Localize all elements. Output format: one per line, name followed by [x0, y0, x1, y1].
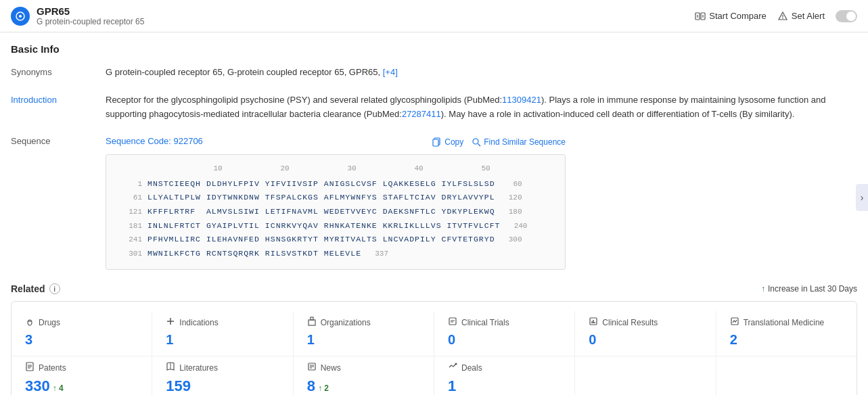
sidebar-expand-button[interactable]: ›	[856, 184, 868, 211]
news-label-text: News	[321, 363, 341, 373]
card-news[interactable]: News 8 ↑ 2	[294, 356, 434, 395]
patents-label-text: Patents	[39, 363, 66, 373]
card-patents-label: Patents	[25, 362, 138, 373]
seq-line-1: 1 MNSTCIEEQH DLDHYLFPIV YIFVIIVSIP ANIGS…	[117, 178, 554, 191]
sequence-row: Sequence Sequence Code: 922706 Copy	[11, 135, 857, 270]
card-literatures[interactable]: Literatures 159	[152, 356, 293, 395]
related-info-icon[interactable]: i	[49, 283, 60, 294]
introduction-value: Receptor for the glycosphingolipid psych…	[106, 93, 857, 122]
literatures-value: 159	[166, 377, 279, 395]
copy-icon	[432, 137, 442, 147]
related-title-text: Related	[11, 283, 45, 294]
trend-up-arrow: ↑	[761, 284, 765, 294]
sequence-box: 10 20 30 40 50 1 MNSTCIEEQH DLDHYLFPIV Y…	[106, 154, 566, 270]
trend-label-text: Increase in Last 30 Days	[768, 284, 857, 294]
header: GPR65 G protein-coupled receptor 65 Star…	[0, 0, 868, 32]
synonyms-more-link[interactable]: [+4]	[383, 67, 398, 77]
indications-value: 1	[166, 332, 279, 348]
patents-trend: ↑ 4	[53, 384, 64, 393]
sequence-label: Sequence	[11, 135, 106, 146]
svg-rect-9	[433, 139, 438, 146]
deals-label-text: Deals	[461, 363, 482, 373]
indications-label-text: Indications	[179, 318, 218, 327]
card-filler-2	[716, 356, 856, 395]
cards-row-2: Patents 330 ↑ 4 Literatures 159	[12, 356, 856, 395]
translational-icon	[730, 317, 739, 328]
patents-icon	[25, 362, 35, 373]
drugs-label-text: Drugs	[39, 318, 60, 327]
main-content: Basic Info Synonyms G protein-coupled re…	[0, 32, 868, 395]
results-value: 0	[589, 332, 702, 348]
news-icon	[307, 362, 317, 373]
pubmed-link-1[interactable]: 11309421	[502, 95, 541, 105]
organizations-value: 1	[307, 332, 420, 348]
card-translational[interactable]: Translational Medicine 2	[716, 311, 856, 356]
header-left: GPR65 G protein-coupled receptor 65	[11, 5, 144, 26]
card-deals-label: Deals	[448, 362, 561, 373]
related-section: Related i ↑ Increase in Last 30 Days Dru…	[11, 283, 857, 395]
intro-text3: ). May have a role in activation-induced…	[441, 109, 795, 119]
find-similar-label: Find Similar Sequence	[484, 137, 566, 147]
results-label-text: Clinical Results	[602, 318, 658, 327]
basic-info-title: Basic Info	[11, 43, 857, 55]
svg-line-11	[478, 143, 481, 146]
card-news-label: News	[307, 362, 420, 373]
deals-icon	[448, 362, 457, 373]
find-similar-button[interactable]: Find Similar Sequence	[472, 137, 566, 147]
trials-value: 0	[448, 332, 561, 348]
synonyms-label: Synonyms	[11, 66, 106, 77]
header-title-group: GPR65 G protein-coupled receptor 65	[37, 5, 144, 26]
related-header: Related i ↑ Increase in Last 30 Days	[11, 283, 857, 294]
card-deals[interactable]: Deals 1	[434, 356, 575, 395]
header-right: Start Compare Set Alert	[695, 10, 857, 22]
news-value: 8 ↑ 2	[307, 377, 420, 395]
svg-point-10	[473, 139, 478, 144]
card-literatures-label: Literatures	[166, 362, 279, 373]
seq-line-5: 241 PFHVMLLIRC ILEHAVNFED HSNSGKRTYT MYR…	[117, 233, 554, 246]
synonyms-text: G protein-coupled receptor 65, G-protein…	[106, 67, 380, 77]
app-logo	[11, 7, 30, 26]
find-similar-icon	[472, 137, 481, 147]
alert-label: Set Alert	[792, 11, 825, 21]
seq-line-3: 121 KFFFLRTRF ALMVSLSIWI LETIFNAVML WEDE…	[117, 206, 554, 218]
seq-line-2: 61 LLYALTLPLW IDYTWNKDNW TFSPALCKGS AFLM…	[117, 191, 554, 204]
news-trend: ↑ 2	[318, 384, 329, 393]
card-translational-label: Translational Medicine	[730, 317, 843, 328]
svg-rect-15	[311, 317, 313, 320]
cards-row-1: Drugs 3 Indications 1	[12, 311, 856, 356]
svg-rect-14	[309, 320, 315, 325]
sequence-code[interactable]: Sequence Code: 922706	[106, 135, 203, 149]
copy-label: Copy	[444, 137, 463, 147]
synonyms-row: Synonyms G protein-coupled receptor 65, …	[11, 66, 857, 80]
seq-line-4: 181 INLNLFRTCT GYAIPLVTIL ICNRKVYQAV RHN…	[117, 220, 554, 233]
alert-icon	[777, 11, 788, 22]
alert-toggle[interactable]	[836, 10, 857, 22]
card-filler-1	[575, 356, 716, 395]
synonyms-value: G protein-coupled receptor 65, G-protein…	[106, 66, 857, 80]
card-clinical-results[interactable]: Clinical Results 0	[575, 311, 716, 356]
sequence-value: Sequence Code: 922706 Copy	[106, 135, 566, 270]
card-clinical-trials[interactable]: Clinical Trials 0	[434, 311, 575, 356]
svg-rect-16	[449, 318, 456, 325]
card-drugs-label: Drugs	[25, 317, 138, 328]
ruler: 10 20 30 40 50	[151, 163, 490, 175]
chevron-right-icon: ›	[861, 192, 864, 203]
intro-text1: Receptor for the glycosphingolipid psych…	[106, 95, 502, 105]
card-organizations-label: Organizations	[307, 317, 420, 328]
card-indications[interactable]: Indications 1	[152, 311, 293, 356]
gene-title: GPR65	[37, 5, 144, 17]
sequence-actions: Copy Find Similar Sequence	[432, 137, 566, 147]
card-patents[interactable]: Patents 330 ↑ 4	[12, 356, 152, 395]
deals-value: 1	[448, 377, 561, 395]
patents-value: 330 ↑ 4	[25, 377, 138, 395]
compare-button[interactable]: Start Compare	[695, 11, 767, 22]
seq-line-6: 301 MWNILKFCTG RCNTSQRQRK RILSVSTKDT MEL…	[117, 248, 554, 260]
card-organizations[interactable]: Organizations 1	[294, 311, 434, 356]
card-indications-label: Indications	[166, 317, 279, 328]
copy-button[interactable]: Copy	[432, 137, 463, 147]
pubmed-link-2[interactable]: 27287411	[402, 109, 441, 119]
introduction-label[interactable]: Introduction	[11, 93, 106, 105]
alert-button[interactable]: Set Alert	[777, 11, 825, 22]
related-title: Related i	[11, 283, 60, 294]
card-drugs[interactable]: Drugs 3	[12, 311, 152, 356]
